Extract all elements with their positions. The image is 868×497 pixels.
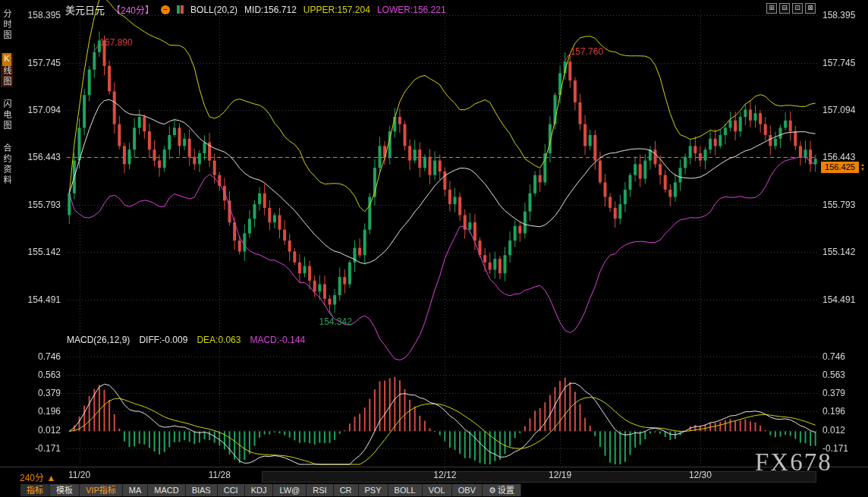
sidebar-item-2[interactable]: 闪电图 <box>1 99 13 131</box>
sidebar-item-0[interactable]: 分时图 <box>1 9 13 41</box>
single-panel-icon[interactable]: ⊡ <box>792 3 803 14</box>
price-axis-label-left: 157.745 <box>18 58 61 68</box>
toolbar-tab-4[interactable]: MACD <box>148 484 185 496</box>
candles-icon <box>177 5 184 14</box>
price-axis-label-right: 157.745 <box>822 58 855 68</box>
macd-axis-label-left: 0.563 <box>18 370 61 380</box>
toolbar-tab-1[interactable]: 模板 <box>50 484 80 496</box>
sidebar-item-1[interactable]: K线图 <box>1 53 13 87</box>
price-axis-label-left: 154.491 <box>18 294 61 305</box>
toolbar-tab-label: 指标 <box>27 486 43 495</box>
toolbar-tab-14[interactable]: OBV <box>452 484 483 496</box>
price-axis-label-right: 154.491 <box>822 294 855 305</box>
price-axis-label-right: 155.793 <box>822 200 855 210</box>
toolbar-tab-label: VIP指标 <box>86 486 116 495</box>
add-panel-icon[interactable]: ⊞ <box>766 3 777 14</box>
price-axis-label-left: 156.443 <box>18 152 61 162</box>
toolbar-tab-13[interactable]: VOL <box>423 484 452 496</box>
macd-dea-value: DEA:0.063 <box>197 335 241 345</box>
toolbar-tab-label: KDJ <box>251 486 267 495</box>
price-axis-label-left: 155.142 <box>18 247 61 257</box>
toolbar-tab-5[interactable]: BIAS <box>186 484 218 496</box>
price-axis-label-right: 158.395 <box>822 10 855 20</box>
macd-axis-label-right: 0.563 <box>822 370 845 380</box>
close-panel-icon[interactable]: ⊠ <box>805 3 816 14</box>
time-axis-label: 11/28 <box>202 470 237 480</box>
price-axis-label-right: 157.094 <box>822 105 855 115</box>
macd-diff-value: DIFF:-0.009 <box>139 335 187 345</box>
toolbar-tab-label: MA <box>129 486 142 495</box>
toolbar-tab-2[interactable]: VIP指标 <box>80 484 123 496</box>
boll-upper-value: UPPER:157.204 <box>303 5 370 15</box>
chart-scrollbar[interactable] <box>262 471 816 483</box>
toolbar-tab-label: OBV <box>458 486 476 495</box>
price-direction-arrows: ▲ ▼ <box>860 162 865 171</box>
panel-separator <box>0 467 868 467</box>
macd-header: MACD(26,12,9) DIFF:-0.009 DEA:0.063 MACD… <box>67 335 305 345</box>
toolbar-tab-7[interactable]: KDJ <box>245 484 274 496</box>
boll-settings-label[interactable]: BOLL(20,2) <box>190 5 237 15</box>
macd-settings-label[interactable]: MACD(26,12,9) <box>67 335 130 345</box>
macd-axis-label-left: 0.196 <box>18 406 61 417</box>
toolbar-tab-label: PSY <box>365 486 382 495</box>
split-horizontal-icon[interactable]: ⊟ <box>779 3 790 14</box>
toolbar-tab-10[interactable]: CR <box>334 484 359 496</box>
interval-label: 【240分】 <box>112 3 154 16</box>
footer-period-text: 240分 <box>20 473 44 483</box>
macd-axis-label-right: 0.379 <box>822 388 845 398</box>
toolbar-tab-12[interactable]: BOLL <box>388 484 423 496</box>
macd-axis-label-right: 0.196 <box>822 406 845 417</box>
toolbar-tab-label: 模板 <box>56 486 73 495</box>
price-down-arrow-icon: ▼ <box>860 167 865 171</box>
price-axis-label-left: 158.395 <box>18 10 61 20</box>
symbol-title: 美元日元 <box>65 2 105 17</box>
indicator-toolbar: 指标模板VIP指标MAMACDBIASCCIKDJLW@RSICRPSYBOLL… <box>20 484 521 496</box>
toolbar-tab-label: CR <box>340 486 352 495</box>
chart-canvas[interactable] <box>0 0 868 497</box>
toolbar-tab-11[interactable]: PSY <box>359 484 388 496</box>
watermark: FX678 <box>755 448 832 477</box>
chart-header: 美元日元 【240分】 − BOLL(20,2) MID:156.712 UPP… <box>65 2 446 17</box>
time-axis-label: 11/20 <box>62 470 97 480</box>
toolbar-tab-label: BOLL <box>395 486 416 495</box>
toolbar-tab-0[interactable]: 指标 <box>20 484 50 496</box>
price-axis-label-right: 155.142 <box>822 247 855 257</box>
window-buttons: ⊞ ⊟ ⊡ ⊠ <box>766 3 816 14</box>
sidebar-item-3[interactable]: 合约资料 <box>1 143 13 186</box>
collapse-icon[interactable]: − <box>161 5 170 14</box>
scrollbar-thumb[interactable] <box>263 472 816 482</box>
toolbar-tab-label: RSI <box>313 486 326 495</box>
macd-hist-value: MACD:-0.144 <box>250 335 305 345</box>
time-axis-label: 12/12 <box>427 470 462 480</box>
toolbar-tab-9[interactable]: RSI <box>307 484 333 496</box>
gear-icon: ⚙ <box>489 486 496 495</box>
toolbar-tab-label: VOL <box>429 486 445 495</box>
macd-axis-label-left: -0.171 <box>18 443 61 454</box>
trading-app: 美元日元 【240分】 − BOLL(20,2) MID:156.712 UPP… <box>0 0 868 497</box>
macd-axis-label-right: 0.012 <box>822 425 845 436</box>
macd-axis-label-left: 0.012 <box>18 425 61 436</box>
toolbar-tab-8[interactable]: LW@ <box>273 484 307 496</box>
period-up-arrow-icon: ▲ <box>46 473 55 483</box>
toolbar-tab-label: CCI <box>224 486 238 495</box>
price-axis-label-left: 155.793 <box>18 200 61 210</box>
boll-lower-value: LOWER:156.221 <box>377 5 446 15</box>
active-chart-type-badge: K <box>2 53 11 66</box>
current-price-tag: 156.425 <box>821 162 859 173</box>
toolbar-tab-6[interactable]: CCI <box>218 484 245 496</box>
toolbar-tab-15[interactable]: ⚙设置 <box>483 484 521 496</box>
time-axis-label: 12/30 <box>683 470 718 480</box>
macd-axis-label-right: -0.171 <box>822 443 848 454</box>
sidebar-item-label: 线图 <box>2 66 11 87</box>
price-annotation: 154.342 <box>319 316 352 327</box>
time-axis-label: 12/19 <box>542 470 577 480</box>
price-annotation: 157.890 <box>99 37 132 48</box>
toolbar-tab-3[interactable]: MA <box>123 484 149 496</box>
toolbar-tab-label: MACD <box>154 486 178 495</box>
toolbar-tab-label: LW@ <box>279 486 300 495</box>
toolbar-tab-label: 设置 <box>498 486 514 495</box>
macd-axis-label-left: 0.379 <box>18 388 61 398</box>
toolbar-tab-label: BIAS <box>192 486 211 495</box>
macd-axis-label-right: 0.746 <box>822 351 845 362</box>
footer-period-label[interactable]: 240分 ▲ <box>20 470 55 483</box>
